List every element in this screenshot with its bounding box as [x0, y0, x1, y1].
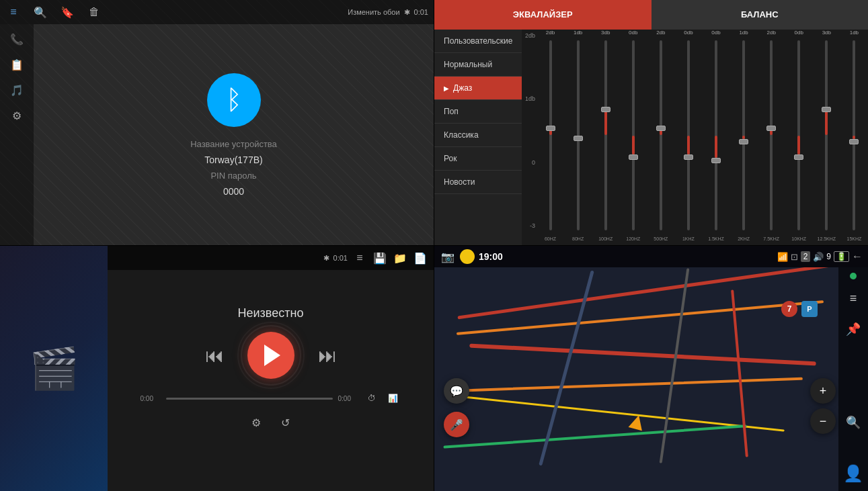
- settings-icon[interactable]: ⚙: [9, 107, 25, 124]
- eq-slider-7.5KHZ[interactable]: 2db: [758, 30, 785, 232]
- eq-settings-icon[interactable]: ⚙: [248, 414, 264, 431]
- mic-button[interactable]: 🎤: [444, 412, 469, 437]
- nav-person-icon: 👤: [841, 461, 865, 486]
- repeat-icon[interactable]: ↺: [278, 414, 294, 431]
- search-icon[interactable]: 🔍: [32, 4, 48, 20]
- road-horizontal-4: [447, 377, 803, 392]
- clapperboard-icon: 🎬: [29, 345, 79, 392]
- eq-slider-2KHZ[interactable]: 1db: [730, 30, 758, 232]
- prev-button[interactable]: ⏮: [205, 345, 224, 367]
- tab-balance[interactable]: БАЛАНС: [652, 0, 869, 30]
- equalizer-icon[interactable]: 📊: [385, 390, 401, 406]
- eq-slider-1.5KHZ[interactable]: 0db: [702, 30, 729, 232]
- eq-thumb-15KHZ[interactable]: [849, 139, 859, 144]
- eq-thumb-80HZ[interactable]: [574, 136, 583, 141]
- q3-body: 🎬 Неизвестно ⏮ ⏭ 0:00 0:00: [0, 270, 434, 491]
- album-art: 🎬: [0, 246, 108, 491]
- next-button[interactable]: ⏭: [318, 345, 337, 367]
- preset-normal[interactable]: Нормальный: [434, 53, 522, 77]
- nav-number-2: 2: [801, 251, 811, 262]
- q1-topbar-right: Изменить обои ✱ 0:01: [348, 8, 428, 17]
- preset-jazz[interactable]: ▶ Джаз: [434, 77, 522, 100]
- bluetooth-icon: ᛒ: [226, 85, 242, 115]
- q1-toolbar-icons: ≡ 🔍 🔖 🗑: [5, 4, 340, 20]
- zoom-out-button[interactable]: −: [810, 408, 836, 434]
- eq-thumb-2KHZ[interactable]: [739, 139, 748, 144]
- eq-slider-100HZ[interactable]: 3db: [592, 30, 619, 232]
- eq-slider-60HZ[interactable]: 2db: [537, 30, 564, 232]
- eq-slider-10KHZ[interactable]: 0db: [785, 30, 813, 232]
- eq-slider-120HZ[interactable]: 0db: [619, 30, 647, 232]
- player-controls-area: Неизвестно ⏮ ⏭ 0:00 0:00 ⏱ 📊: [108, 246, 434, 491]
- q1-sidebar: 📞 📋 🎵 ⚙: [0, 24, 34, 245]
- eq-slider-500HZ[interactable]: 2db: [647, 30, 674, 232]
- contacts-icon[interactable]: 📋: [9, 56, 25, 73]
- nav-green-dot: [850, 273, 857, 279]
- device-name-label: Название устройства: [190, 139, 277, 149]
- phone-icon[interactable]: 📞: [9, 31, 25, 47]
- zoom-in-button[interactable]: +: [810, 378, 836, 404]
- nav-bookmark-icon[interactable]: 📌: [841, 317, 865, 341]
- bluetooth-content: ᛒ Название устройства Torway(177B) PIN п…: [34, 24, 434, 245]
- nav-topbar: 📷 19:00 📶 ⊡ 2 🔊 9 🔋 ←: [434, 246, 868, 267]
- nav-back-icon[interactable]: ←: [852, 251, 863, 263]
- navigation-panel: 📷 19:00 📶 ⊡ 2 🔊 9 🔋 ← 7 P: [434, 246, 868, 491]
- list-icon[interactable]: ≡: [5, 4, 22, 20]
- preset-custom[interactable]: Пользовательские: [434, 30, 522, 53]
- eq-slider-12.5KHZ[interactable]: 3db: [813, 30, 840, 232]
- device-name-value: Torway(177B): [204, 154, 262, 165]
- nav-volume-num: 9: [826, 252, 831, 261]
- delete-icon[interactable]: 🗑: [86, 4, 102, 20]
- eq-presets-list: Пользовательские Нормальный ▶ Джаз Поп К…: [434, 30, 522, 245]
- nav-search-icon[interactable]: 🔍: [841, 410, 865, 435]
- nav-volume-icon: 🔊: [813, 252, 824, 262]
- nav-top-right: 📶 ⊡ 2 🔊 9 🔋 ←: [777, 251, 863, 263]
- tab-equalizer[interactable]: ЭКВАЛАЙЗЕР: [434, 0, 652, 30]
- eq-thumb-12.5KHZ[interactable]: [822, 107, 831, 112]
- time-end: 0:00: [338, 395, 358, 402]
- album-art-area: 🎬: [0, 246, 108, 491]
- map-container: 7 P ▲ + − 💬 🎤: [434, 267, 868, 491]
- eq-thumb-10KHZ[interactable]: [794, 154, 803, 160]
- time-start: 0:00: [141, 395, 161, 402]
- play-button[interactable]: [247, 332, 294, 379]
- bookmark-icon[interactable]: 🔖: [59, 4, 75, 20]
- road-horizontal-3: [469, 343, 816, 365]
- music-icon[interactable]: 🎵: [9, 82, 25, 98]
- eq-thumb-60HZ[interactable]: [546, 126, 555, 131]
- preset-rock[interactable]: Рок: [434, 147, 522, 171]
- eq-thumb-1KHZ[interactable]: [684, 154, 693, 160]
- nav-layout-icon: ⊡: [791, 252, 798, 262]
- eq-slider-1KHZ[interactable]: 0db: [674, 30, 702, 232]
- eq-thumb-500HZ[interactable]: [656, 126, 666, 131]
- eq-sliders-container: 2db1db3db0db2db0db0db1db2db0db3db1db: [537, 30, 868, 232]
- progress-bar[interactable]: [166, 398, 333, 400]
- poi-p: P: [801, 301, 818, 317]
- eq-tabs: ЭКВАЛАЙЗЕР БАЛАНС: [434, 0, 868, 30]
- eq-freq-labels: 60HZ80HZ100HZ120HZ500HZ1KHZ1.5KHZ2KHZ7.5…: [537, 232, 868, 245]
- nav-menu-icon[interactable]: ≡: [841, 286, 865, 310]
- eq-sliders-area: 2db 1db 0 -3 2db1db3db0db2db0db0db1db2db…: [522, 30, 868, 245]
- eq-thumb-7.5KHZ[interactable]: [766, 126, 776, 131]
- bt-status-time: 0:01: [414, 8, 428, 16]
- preset-news[interactable]: Новости: [434, 171, 522, 194]
- eq-thumb-120HZ[interactable]: [629, 154, 638, 160]
- eq-thumb-100HZ[interactable]: [601, 107, 610, 112]
- horizontal-divider: [0, 245, 868, 246]
- nav-camera-icon[interactable]: 📷: [440, 249, 456, 265]
- pin-value: 0000: [223, 186, 244, 197]
- timer-icon[interactable]: ⏱: [364, 390, 380, 406]
- eq-slider-80HZ[interactable]: 1db: [564, 30, 592, 232]
- bottom-icons: ⚙ ↺: [248, 414, 294, 431]
- play-arrow-icon: ▶: [444, 85, 449, 92]
- track-title: Неизвестно: [238, 306, 304, 320]
- eq-thumb-1.5KHZ[interactable]: [711, 158, 721, 163]
- nav-sun-icon: [460, 249, 475, 264]
- preset-pop[interactable]: Поп: [434, 100, 522, 124]
- bluetooth-icon-wrap: ᛒ: [207, 73, 261, 127]
- road-vertical-2: [659, 268, 689, 463]
- play-button-wrap: [244, 328, 298, 382]
- eq-slider-15KHZ[interactable]: 1db: [840, 30, 868, 232]
- chat-button[interactable]: 💬: [444, 378, 469, 404]
- preset-classic[interactable]: Классика: [434, 124, 522, 147]
